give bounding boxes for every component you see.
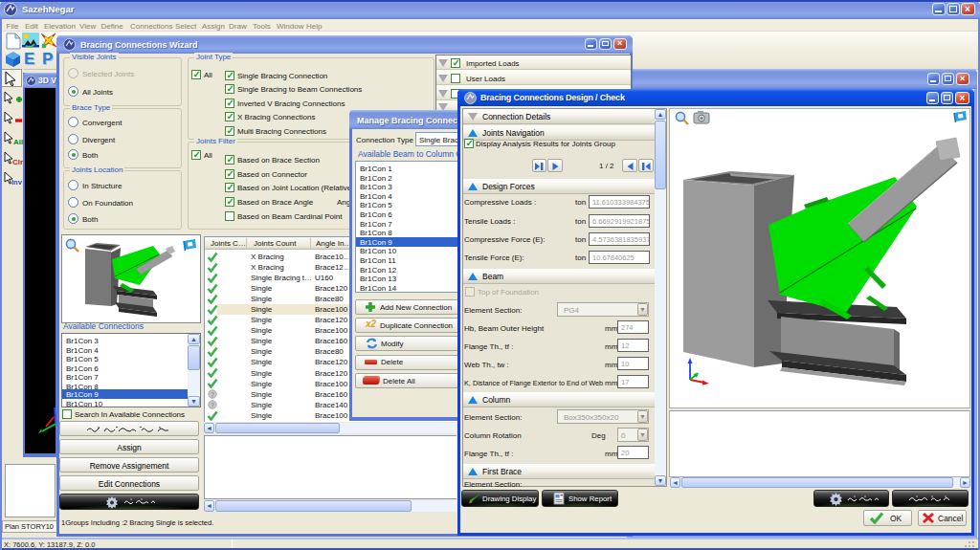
svg-text:All: All: [13, 138, 23, 146]
svg-text:Clr: Clr: [12, 158, 23, 166]
svg-text:Inv: Inv: [11, 178, 23, 187]
svg-text:?: ?: [211, 402, 214, 408]
svg-text:?: ?: [211, 390, 214, 397]
